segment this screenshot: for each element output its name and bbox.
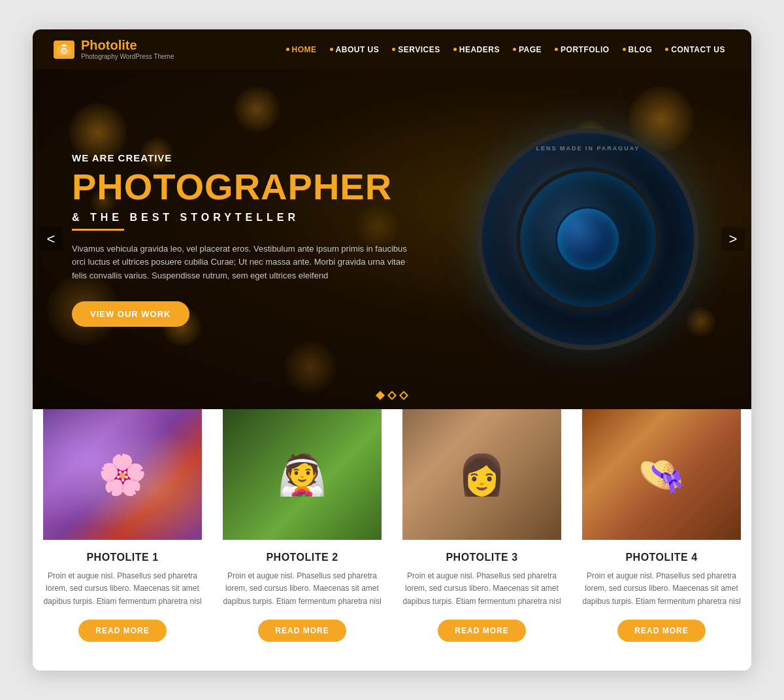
portfolio-item-4: PHOTOLITE 4 Proin et augue nisl. Phasell… (572, 409, 751, 644)
hero-underline (72, 229, 124, 231)
nav-dot (623, 48, 626, 51)
hero-next-arrow[interactable]: > (721, 227, 745, 251)
lens-inner (516, 167, 660, 311)
portfolio-title-3: PHOTOLITE 3 (446, 552, 517, 563)
nav-dot (392, 48, 395, 51)
logo-text-group: Photolite Photography WordPress Theme (81, 39, 174, 60)
portfolio-image-4 (582, 409, 741, 540)
portfolio-grid: PHOTOLITE 1 Proin et augue nisl. Phasell… (33, 409, 751, 644)
hero-dot-1[interactable] (376, 391, 385, 400)
logo-title: Photolite (81, 39, 174, 52)
nav-headers[interactable]: HEADERS (448, 42, 505, 57)
logo-icon (54, 41, 74, 59)
nav-page[interactable]: PAGE (508, 42, 547, 57)
lens-core (555, 207, 621, 272)
portfolio-desc-2: Proin et augue nisl. Phasellus sed phare… (223, 570, 382, 608)
portfolio-image-1 (43, 409, 202, 540)
hero-tagline: & THE BEST STORYTELLER (72, 212, 412, 224)
nav-dot (453, 48, 457, 51)
portfolio-item-1: PHOTOLITE 1 Proin et augue nisl. Phasell… (33, 409, 212, 644)
nav-dot (286, 48, 289, 51)
hero-prev-arrow[interactable]: < (39, 227, 63, 251)
portfolio-image-2 (223, 409, 382, 540)
portfolio-section: PHOTOLITE 1 Proin et augue nisl. Phasell… (33, 409, 751, 671)
nav-dot (665, 48, 668, 51)
portfolio-image-3 (402, 409, 561, 540)
read-more-button-1[interactable]: READ MORE (78, 620, 166, 642)
portfolio-desc-4: Proin et augue nisl. Phasellus sed phare… (582, 570, 741, 608)
svg-point-4 (68, 48, 69, 49)
nav-about[interactable]: ABOUT US (325, 42, 385, 57)
nav-blog[interactable]: BLOG (617, 42, 658, 57)
nav-contact[interactable]: CONTACT US (660, 42, 730, 57)
portfolio-title-2: PHOTOLITE 2 (266, 552, 338, 563)
lens-text: LENS MADE IN PARAGUAY (536, 145, 640, 152)
svg-point-2 (63, 50, 65, 52)
hero-dot-2[interactable] (387, 391, 397, 400)
nav-portfolio[interactable]: PORTFOLIO (549, 42, 615, 57)
hero-lens-graphic: LENS MADE IN PARAGUAY (477, 128, 699, 350)
hero-section: LENS MADE IN PARAGUAY WE ARE CREATIVE PH… (33, 69, 751, 409)
nav-dot (555, 48, 558, 51)
hero-title: PHOTOGRAPHER (72, 169, 412, 205)
hero-description: Vivamus vehicula gravida leo, vel placer… (72, 242, 412, 283)
hero-content: WE ARE CREATIVE PHOTOGRAPHER & THE BEST … (33, 152, 412, 327)
read-more-button-4[interactable]: READ MORE (617, 620, 705, 642)
browser-window: Photolite Photography WordPress Theme HO… (33, 29, 751, 671)
view-work-button[interactable]: VIEW OUR WORK (72, 301, 189, 327)
hero-dots (377, 392, 407, 399)
logo-area: Photolite Photography WordPress Theme (54, 39, 174, 60)
hero-dot-3[interactable] (399, 391, 408, 400)
site-header: Photolite Photography WordPress Theme HO… (33, 29, 751, 69)
nav-services[interactable]: SERVICES (387, 42, 445, 57)
portfolio-desc-1: Proin et augue nisl. Phasellus sed phare… (43, 570, 202, 608)
read-more-button-3[interactable]: READ MORE (438, 620, 525, 642)
logo-subtitle: Photography WordPress Theme (81, 53, 174, 60)
read-more-button-2[interactable]: READ MORE (258, 620, 346, 642)
nav-home[interactable]: HOME (281, 42, 322, 57)
nav-dot (513, 48, 516, 51)
portfolio-title-4: PHOTOLITE 4 (625, 552, 697, 563)
portfolio-item-2: PHOTOLITE 2 Proin et augue nisl. Phasell… (212, 409, 392, 644)
svg-rect-3 (61, 44, 67, 46)
portfolio-title-1: PHOTOLITE 1 (86, 552, 158, 563)
hero-subtitle: WE ARE CREATIVE (72, 152, 412, 163)
portfolio-item-3: PHOTOLITE 3 Proin et augue nisl. Phasell… (392, 409, 572, 644)
portfolio-desc-3: Proin et augue nisl. Phasellus sed phare… (402, 570, 561, 608)
nav-dot (330, 48, 333, 51)
main-nav: HOME ABOUT US SERVICES HEADERS PAGE PORT… (281, 42, 730, 57)
